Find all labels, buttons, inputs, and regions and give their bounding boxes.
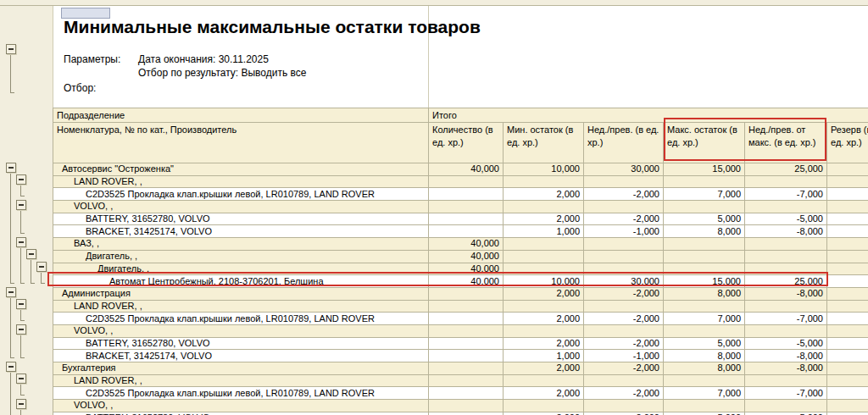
row-value[interactable] — [429, 400, 504, 412]
row-value[interactable] — [584, 300, 664, 313]
row-value[interactable]: 2,000 — [504, 213, 584, 225]
row-value[interactable]: -8,000 — [745, 287, 827, 300]
collapse-group-icon[interactable] — [16, 299, 26, 309]
row-value[interactable] — [429, 374, 504, 387]
row-value[interactable] — [429, 175, 504, 188]
row-value[interactable] — [827, 374, 868, 387]
row-value[interactable]: -8,000 — [745, 362, 827, 375]
row-value[interactable] — [745, 400, 827, 412]
row-value[interactable] — [664, 238, 745, 251]
row-value[interactable] — [504, 201, 584, 213]
row-label[interactable]: BATTERY, 31652780, VOLVO — [53, 412, 429, 415]
row-value[interactable] — [429, 225, 504, 238]
row-value[interactable]: -2,000 — [584, 188, 664, 201]
row-value[interactable]: 30,000 — [584, 275, 664, 288]
row-value[interactable]: 2,000 — [504, 387, 584, 400]
row-value[interactable] — [429, 213, 504, 225]
row-value[interactable]: -2,000 — [584, 313, 664, 325]
row-value[interactable] — [584, 175, 664, 188]
row-label[interactable]: VOLVO, , — [53, 201, 429, 213]
row-label[interactable]: LAND ROVER, , — [53, 374, 429, 387]
row-label[interactable]: Двигатель, , — [53, 263, 429, 275]
row-value[interactable] — [504, 238, 584, 251]
row-value[interactable] — [745, 175, 827, 188]
row-value[interactable]: -2,000 — [584, 337, 664, 350]
row-value[interactable] — [429, 300, 504, 313]
row-value[interactable] — [429, 387, 504, 400]
row-value[interactable]: 25,000 — [745, 275, 827, 288]
row-label[interactable]: C2D3525 Прокладка клап.крышки левой, LR0… — [53, 188, 429, 201]
header-quantity[interactable]: Количество (в ед. хр.) — [429, 123, 504, 163]
collapse-group-icon[interactable] — [16, 399, 26, 409]
row-value[interactable]: -7,000 — [745, 313, 827, 325]
collapse-group-icon[interactable] — [26, 249, 36, 259]
row-value[interactable] — [584, 374, 664, 387]
row-value[interactable]: 40,000 — [429, 263, 504, 275]
row-value[interactable]: -2,000 — [584, 287, 664, 300]
header-reserve[interactable]: Резерв (в ед. хр.) — [827, 123, 868, 163]
row-value[interactable] — [504, 250, 584, 263]
row-value[interactable]: 2,000 — [504, 188, 584, 201]
row-value[interactable] — [745, 324, 827, 337]
row-label[interactable]: C2D3525 Прокладка клап.крышки левой, LR0… — [53, 387, 429, 400]
row-label[interactable]: BATTERY, 31652780, VOLVO — [53, 337, 429, 350]
row-label[interactable]: BATTERY, 31652780, VOLVO — [53, 213, 429, 225]
row-value[interactable] — [429, 337, 504, 350]
row-value[interactable]: 1,000 — [504, 350, 584, 362]
row-value[interactable]: 25,000 — [745, 163, 827, 176]
collapse-group-icon[interactable] — [36, 262, 47, 272]
row-label[interactable]: BRACKET, 31425174, VOLVO — [53, 225, 429, 238]
row-value[interactable]: -8,000 — [745, 350, 827, 362]
row-value[interactable] — [504, 374, 584, 387]
row-label[interactable]: Автомат Центробежный, 2108-3706201, Белш… — [53, 275, 429, 288]
row-value[interactable] — [504, 324, 584, 337]
row-value[interactable]: 7,000 — [664, 188, 745, 201]
row-value[interactable] — [745, 201, 827, 213]
row-value[interactable]: 40,000 — [429, 238, 504, 251]
collapse-group-icon[interactable] — [16, 324, 26, 335]
row-value[interactable]: 30,000 — [584, 163, 664, 176]
row-value[interactable]: 8,000 — [664, 287, 745, 300]
collapse-group-icon[interactable] — [16, 174, 26, 185]
header-shortage-excess[interactable]: Нед./прев. (в ед. хр.) — [584, 123, 664, 163]
row-value[interactable]: -8,000 — [745, 225, 827, 238]
row-value[interactable]: -1,000 — [584, 225, 664, 238]
row-value[interactable] — [504, 263, 584, 275]
header-department[interactable]: Подразделение — [53, 108, 429, 123]
row-value[interactable]: -1,000 — [584, 350, 664, 362]
header-max-stock[interactable]: Макс. остаток (в ед. хр.) — [664, 123, 745, 163]
row-value[interactable] — [664, 263, 745, 275]
collapse-group-icon[interactable] — [16, 200, 26, 210]
row-value[interactable] — [827, 188, 868, 201]
row-label[interactable]: C2D3525 Прокладка клап.крышки левой, LR0… — [53, 313, 429, 325]
collapse-group-icon[interactable] — [6, 362, 16, 372]
row-value[interactable] — [827, 412, 868, 415]
row-value[interactable] — [827, 213, 868, 225]
row-value[interactable] — [664, 300, 745, 313]
row-value[interactable]: 5,000 — [664, 213, 745, 225]
row-label[interactable]: ВАЗ, , — [53, 238, 429, 251]
row-value[interactable] — [827, 300, 868, 313]
row-value[interactable] — [827, 201, 868, 213]
row-value[interactable]: 2,000 — [504, 412, 584, 415]
collapse-group-icon[interactable] — [16, 374, 26, 384]
row-value[interactable] — [429, 350, 504, 362]
row-value[interactable]: 2,000 — [504, 337, 584, 350]
row-value[interactable]: -7,000 — [745, 188, 827, 201]
row-value[interactable] — [827, 324, 868, 337]
row-value[interactable] — [664, 250, 745, 263]
row-value[interactable]: 2,000 — [504, 313, 584, 325]
row-label[interactable]: Администрация — [53, 287, 429, 300]
row-value[interactable] — [827, 238, 868, 251]
row-value[interactable]: 2,000 — [504, 287, 584, 300]
collapse-group-icon[interactable] — [6, 287, 16, 297]
row-value[interactable] — [827, 313, 868, 325]
row-value[interactable] — [827, 400, 868, 412]
row-value[interactable] — [504, 175, 584, 188]
row-value[interactable] — [745, 374, 827, 387]
row-value[interactable] — [429, 412, 504, 415]
row-value[interactable] — [504, 400, 584, 412]
row-value[interactable] — [827, 275, 868, 288]
row-value[interactable]: 10,000 — [504, 275, 584, 288]
row-value[interactable] — [745, 250, 827, 263]
